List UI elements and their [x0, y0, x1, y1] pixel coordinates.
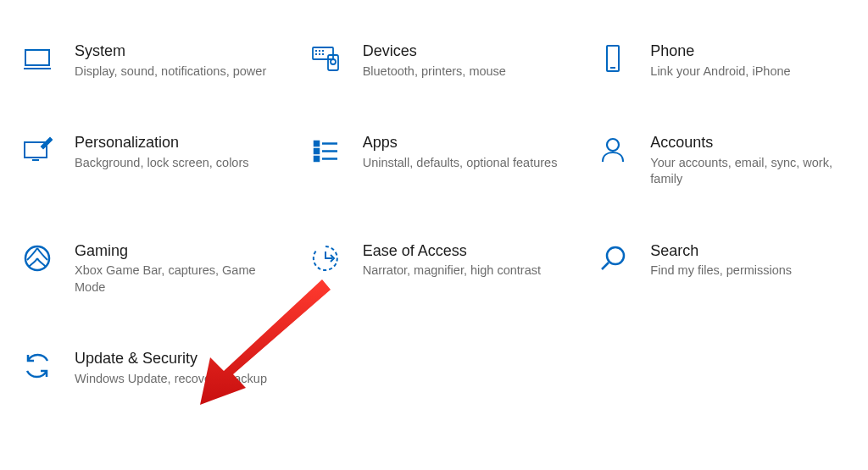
- system-icon: [20, 41, 54, 75]
- item-title: Gaming: [75, 241, 285, 261]
- svg-rect-17: [314, 149, 319, 153]
- svg-rect-0: [25, 50, 49, 65]
- item-desc: Windows Update, recovery, backup: [75, 371, 278, 388]
- svg-line-24: [602, 263, 609, 269]
- accounts-icon: [596, 133, 630, 167]
- settings-item-devices[interactable]: Devices Bluetooth, printers, mouse: [305, 38, 576, 83]
- gaming-icon: [20, 241, 54, 275]
- ease-of-access-icon: [309, 241, 342, 275]
- item-title: Apps: [363, 133, 573, 152]
- settings-item-ease-of-access[interactable]: Ease of Access Narrator, magnifier, high…: [305, 238, 576, 300]
- item-desc: Find my files, permissions: [650, 263, 854, 279]
- svg-point-23: [607, 247, 624, 264]
- settings-categories-grid: System Display, sound, notifications, po…: [0, 0, 868, 390]
- item-desc: Link your Android, iPhone: [650, 64, 854, 80]
- svg-rect-2: [313, 47, 333, 59]
- settings-item-system[interactable]: System Display, sound, notifications, po…: [17, 38, 288, 83]
- update-security-icon: [20, 349, 54, 383]
- item-title: Update & Security: [75, 349, 285, 368]
- settings-item-apps[interactable]: Apps Uninstall, defaults, optional featu…: [305, 130, 576, 191]
- item-desc: Xbox Game Bar, captures, Game Mode: [75, 263, 278, 296]
- search-icon: [596, 241, 630, 275]
- item-desc: Display, sound, notifications, power: [75, 64, 278, 80]
- item-desc: Narrator, magnifier, high contrast: [363, 263, 566, 279]
- apps-icon: [309, 133, 342, 167]
- item-title: Ease of Access: [363, 241, 573, 261]
- phone-icon: [596, 41, 630, 75]
- item-title: Search: [650, 241, 860, 261]
- item-desc: Your accounts, email, sync, work, family: [650, 155, 854, 188]
- devices-icon: [309, 41, 342, 75]
- svg-point-21: [607, 139, 619, 151]
- item-title: Devices: [363, 41, 573, 61]
- svg-point-10: [331, 59, 336, 64]
- settings-item-accounts[interactable]: Accounts Your accounts, email, sync, wor…: [593, 130, 864, 191]
- settings-item-gaming[interactable]: Gaming Xbox Game Bar, captures, Game Mod…: [17, 238, 288, 300]
- personalization-icon: [20, 133, 54, 167]
- item-title: System: [75, 41, 285, 61]
- item-title: Phone: [650, 41, 860, 61]
- item-title: Personalization: [75, 133, 285, 152]
- settings-item-phone[interactable]: Phone Link your Android, iPhone: [593, 38, 864, 83]
- item-desc: Bluetooth, printers, mouse: [363, 64, 566, 80]
- svg-rect-15: [314, 141, 319, 146]
- settings-item-personalization[interactable]: Personalization Background, lock screen,…: [17, 130, 288, 191]
- item-desc: Uninstall, defaults, optional features: [363, 155, 566, 172]
- settings-item-search[interactable]: Search Find my files, permissions: [593, 238, 864, 300]
- item-desc: Background, lock screen, colors: [75, 155, 278, 172]
- settings-item-update-security[interactable]: Update & Security Windows Update, recove…: [17, 346, 288, 390]
- item-title: Accounts: [650, 133, 860, 152]
- svg-rect-19: [314, 157, 319, 161]
